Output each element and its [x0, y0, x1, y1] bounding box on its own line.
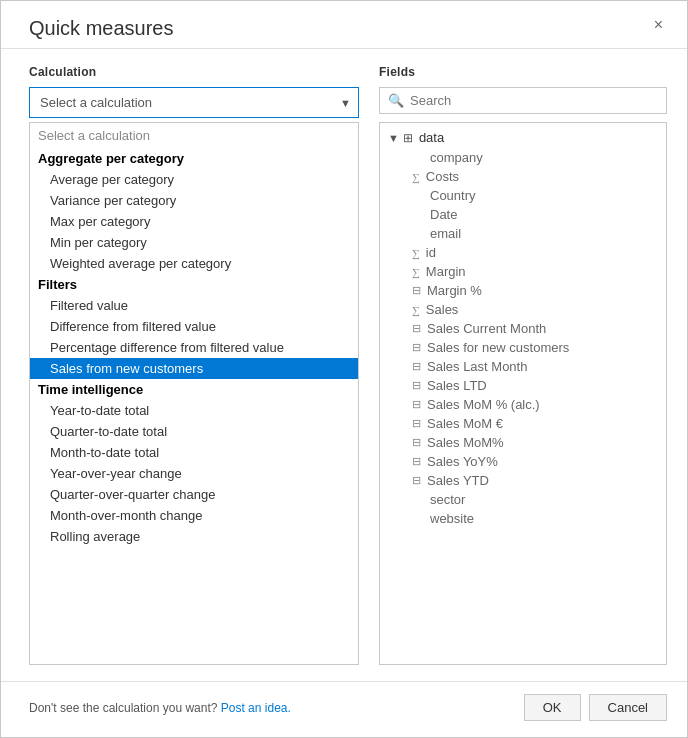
tree-child-label: Sales Last Month	[427, 359, 527, 374]
sigma-icon: ∑	[412, 171, 420, 183]
tree-child-item[interactable]: ⊟Margin %	[380, 281, 666, 300]
tree-root-data[interactable]: ▼ ⊞ data	[380, 127, 666, 148]
list-item[interactable]: Year-over-year change	[30, 463, 358, 484]
search-icon: 🔍	[388, 93, 404, 108]
list-item[interactable]: Sales from new customers	[30, 358, 358, 379]
tree-child-item[interactable]: ⊟Sales MoM % (alc.)	[380, 395, 666, 414]
tree-child-item[interactable]: ∑Sales	[380, 300, 666, 319]
tree-child-label: Costs	[426, 169, 459, 184]
calculation-list[interactable]: Select a calculationAggregate per catego…	[29, 122, 359, 665]
calc-icon: ⊟	[412, 436, 421, 449]
calc-icon: ⊟	[412, 360, 421, 373]
tree-child-item[interactable]: ∑Margin	[380, 262, 666, 281]
search-box: 🔍	[379, 87, 667, 114]
cancel-button[interactable]: Cancel	[589, 694, 667, 721]
list-item[interactable]: Min per category	[30, 232, 358, 253]
table-icon: ⊞	[403, 131, 413, 145]
list-item[interactable]: Month-to-date total	[30, 442, 358, 463]
tree-child-label: Date	[430, 207, 457, 222]
title-bar: Quick measures ×	[1, 1, 687, 49]
tree-child-item[interactable]: email	[380, 224, 666, 243]
calc-icon: ⊟	[412, 379, 421, 392]
tree-child-label: Sales MoM % (alc.)	[427, 397, 540, 412]
list-group-header: Time intelligence	[30, 379, 358, 400]
sigma-icon: ∑	[412, 304, 420, 316]
quick-measures-dialog: Quick measures × Calculation Select a ca…	[0, 0, 688, 738]
calculation-dropdown[interactable]: Select a calculation	[29, 87, 359, 118]
footer: Don't see the calculation you want? Post…	[1, 681, 687, 737]
tree-child-label: Sales LTD	[427, 378, 487, 393]
post-idea-link[interactable]: Post an idea.	[221, 701, 291, 715]
tree-child-label: Sales	[426, 302, 459, 317]
tree-child-label: id	[426, 245, 436, 260]
close-button[interactable]: ×	[650, 17, 667, 33]
right-panel: Fields 🔍 ▼ ⊞ data company∑CostsCountryDa…	[379, 65, 667, 665]
tree-child-label: Sales MoM%	[427, 435, 504, 450]
tree-child-label: sector	[430, 492, 465, 507]
calc-icon: ⊟	[412, 341, 421, 354]
tree-root-label: data	[419, 130, 444, 145]
calc-icon: ⊟	[412, 284, 421, 297]
fields-label: Fields	[379, 65, 667, 79]
calc-icon: ⊟	[412, 322, 421, 335]
list-placeholder: Select a calculation	[30, 123, 358, 148]
tree-child-item[interactable]: Date	[380, 205, 666, 224]
footer-text: Don't see the calculation you want? Post…	[29, 701, 291, 715]
tree-child-label: website	[430, 511, 474, 526]
calculation-label: Calculation	[29, 65, 359, 79]
list-item[interactable]: Quarter-over-quarter change	[30, 484, 358, 505]
tree-child-label: Sales for new customers	[427, 340, 569, 355]
tree-child-label: email	[430, 226, 461, 241]
calc-icon: ⊟	[412, 474, 421, 487]
tree-child-item[interactable]: ⊟Sales Last Month	[380, 357, 666, 376]
tree-child-label: Sales MoM €	[427, 416, 503, 431]
tree-child-item[interactable]: ⊟Sales LTD	[380, 376, 666, 395]
tree-child-item[interactable]: ⊟Sales for new customers	[380, 338, 666, 357]
list-item[interactable]: Month-over-month change	[30, 505, 358, 526]
calc-icon: ⊟	[412, 455, 421, 468]
dialog-title: Quick measures	[29, 17, 174, 40]
left-panel: Calculation Select a calculation ▼ Selec…	[29, 65, 359, 665]
tree-child-label: Sales Current Month	[427, 321, 546, 336]
tree-child-label: Margin	[426, 264, 466, 279]
tree-child-label: Sales YoY%	[427, 454, 498, 469]
tree-child-item[interactable]: ⊟Sales YoY%	[380, 452, 666, 471]
footer-buttons: OK Cancel	[524, 694, 667, 721]
tree-child-item[interactable]: ∑Costs	[380, 167, 666, 186]
sigma-icon: ∑	[412, 247, 420, 259]
list-item[interactable]: Percentage difference from filtered valu…	[30, 337, 358, 358]
calc-icon: ⊟	[412, 398, 421, 411]
list-item[interactable]: Quarter-to-date total	[30, 421, 358, 442]
tree-expand-icon: ▼	[388, 132, 399, 144]
calculation-dropdown-container: Select a calculation ▼	[29, 87, 359, 118]
main-content: Calculation Select a calculation ▼ Selec…	[1, 49, 687, 681]
list-item[interactable]: Filtered value	[30, 295, 358, 316]
fields-tree: ▼ ⊞ data company∑CostsCountryDateemail∑i…	[379, 122, 667, 665]
list-item[interactable]: Rolling average	[30, 526, 358, 547]
ok-button[interactable]: OK	[524, 694, 581, 721]
tree-child-item[interactable]: ⊟Sales Current Month	[380, 319, 666, 338]
tree-child-label: company	[430, 150, 483, 165]
tree-child-item[interactable]: Country	[380, 186, 666, 205]
tree-child-item[interactable]: ⊟Sales MoM%	[380, 433, 666, 452]
tree-child-item[interactable]: company	[380, 148, 666, 167]
list-item[interactable]: Year-to-date total	[30, 400, 358, 421]
tree-child-label: Margin %	[427, 283, 482, 298]
tree-child-item[interactable]: ∑id	[380, 243, 666, 262]
list-item[interactable]: Weighted average per category	[30, 253, 358, 274]
list-group-header: Aggregate per category	[30, 148, 358, 169]
list-item[interactable]: Difference from filtered value	[30, 316, 358, 337]
search-input[interactable]	[410, 93, 658, 108]
list-group-header: Filters	[30, 274, 358, 295]
tree-child-item[interactable]: ⊟Sales MoM €	[380, 414, 666, 433]
list-item[interactable]: Average per category	[30, 169, 358, 190]
tree-child-item[interactable]: website	[380, 509, 666, 528]
sigma-icon: ∑	[412, 266, 420, 278]
tree-child-label: Sales YTD	[427, 473, 489, 488]
calc-icon: ⊟	[412, 417, 421, 430]
list-item[interactable]: Max per category	[30, 211, 358, 232]
list-item[interactable]: Variance per category	[30, 190, 358, 211]
tree-child-label: Country	[430, 188, 476, 203]
tree-child-item[interactable]: ⊟Sales YTD	[380, 471, 666, 490]
tree-child-item[interactable]: sector	[380, 490, 666, 509]
